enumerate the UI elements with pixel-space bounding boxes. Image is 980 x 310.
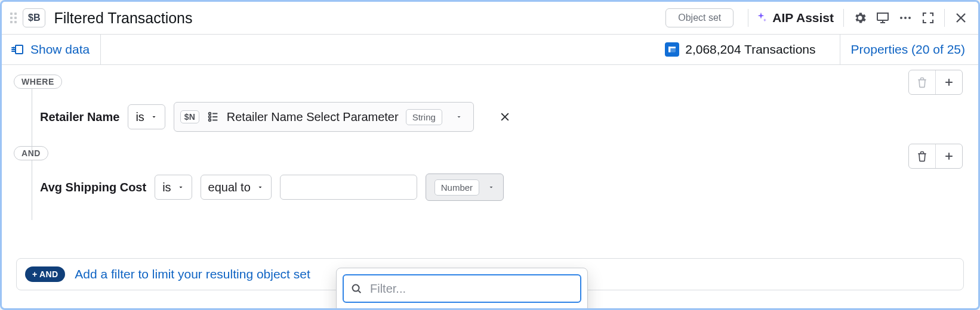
chevron-down-icon — [177, 184, 184, 191]
divider — [840, 35, 840, 64]
field-label: Retailer Name — [40, 110, 119, 124]
title-bar: $B Filtered Transactions Object set AIP … — [2, 2, 978, 35]
filter-search[interactable] — [343, 274, 581, 303]
divider — [748, 9, 748, 27]
filter-builder: WHERE Retailer Name is — [2, 65, 978, 308]
svg-point-8 — [208, 113, 211, 115]
svg-point-9 — [208, 116, 211, 118]
svg-point-1 — [900, 17, 902, 19]
dataset-icon — [665, 42, 679, 57]
sub-bar: Show data 2,068,204 Transactions Propert… — [2, 35, 978, 65]
object-set-button[interactable]: Object set — [665, 8, 734, 27]
add-filter-label: Add a filter to limit your resulting obj… — [75, 267, 310, 281]
divider — [843, 9, 844, 27]
search-icon — [350, 282, 363, 295]
present-button[interactable] — [871, 7, 894, 29]
chevron-down-icon — [150, 113, 158, 120]
result-count-text: 2,068,204 Transactions — [685, 42, 815, 57]
field-label: Avg Shipping Cost — [40, 181, 146, 194]
and-pill: AND — [14, 146, 48, 160]
show-data-icon — [10, 42, 24, 57]
remove-filter-button[interactable] — [499, 111, 511, 123]
sparkle-icon — [754, 11, 768, 24]
properties-link[interactable]: Properties (20 of 25) — [851, 42, 965, 57]
svg-point-11 — [353, 285, 359, 292]
svg-point-2 — [904, 17, 907, 19]
add-and-pill[interactable]: + AND — [25, 266, 65, 282]
where-pill: WHERE — [14, 75, 62, 89]
param-tag: $N — [180, 110, 199, 123]
expand-icon — [921, 11, 935, 25]
workspace-panel: $B Filtered Transactions Object set AIP … — [0, 0, 980, 310]
gear-icon — [853, 11, 867, 25]
close-button[interactable] — [950, 7, 972, 29]
filter-input[interactable] — [369, 281, 574, 296]
block-tag: $B — [23, 8, 45, 27]
param-name: Retailer Name Select Parameter — [227, 110, 399, 124]
show-data-button[interactable]: Show data — [10, 42, 90, 57]
parameter-chip[interactable]: $N Retailer Name Select Parameter String — [174, 102, 474, 132]
close-icon — [499, 111, 511, 123]
svg-rect-4 — [16, 45, 23, 54]
svg-rect-7 — [668, 46, 670, 52]
chevron-down-icon[interactable] — [449, 113, 467, 120]
expand-button[interactable] — [917, 7, 939, 29]
filter-row-1: Retailer Name is $N Retailer Name Select… — [22, 89, 964, 145]
filter-row-2: Avg Shipping Cost is equal to Number — [22, 160, 964, 214]
settings-button[interactable] — [849, 7, 871, 29]
and-group: Avg Shipping Cost is equal to Number — [22, 160, 964, 214]
aip-assist-button[interactable]: AIP Assist — [754, 11, 834, 25]
value-input[interactable] — [280, 175, 417, 200]
comparator-select[interactable]: equal to — [201, 175, 272, 200]
svg-point-3 — [908, 17, 911, 19]
chevron-down-icon — [257, 184, 264, 191]
operator-select[interactable]: is — [128, 104, 165, 129]
number-tag: Number — [434, 179, 479, 196]
select-param-icon — [207, 110, 220, 123]
trash-icon — [916, 76, 928, 88]
divider — [944, 9, 945, 27]
parameter-popover: Create new parameter — [336, 268, 588, 310]
aip-assist-label: AIP Assist — [772, 11, 834, 25]
close-icon — [954, 11, 968, 25]
drag-handle-icon[interactable] — [10, 13, 17, 23]
more-button[interactable] — [894, 7, 917, 29]
svg-point-10 — [208, 119, 211, 122]
dots-icon — [898, 11, 913, 25]
chevron-down-icon — [488, 184, 495, 191]
result-count: 2,068,204 Transactions — [665, 42, 815, 57]
type-tag: String — [406, 109, 442, 125]
panel-title: Filtered Transactions — [54, 10, 192, 27]
value-type-chip[interactable]: Number — [426, 173, 504, 201]
divider — [100, 35, 101, 64]
svg-rect-0 — [877, 13, 888, 20]
show-data-label: Show data — [30, 42, 90, 57]
plus-icon — [943, 76, 955, 88]
where-group: Retailer Name is $N Retailer Name Select… — [22, 89, 964, 145]
presentation-icon — [876, 11, 890, 25]
operator-select[interactable]: is — [155, 175, 192, 200]
